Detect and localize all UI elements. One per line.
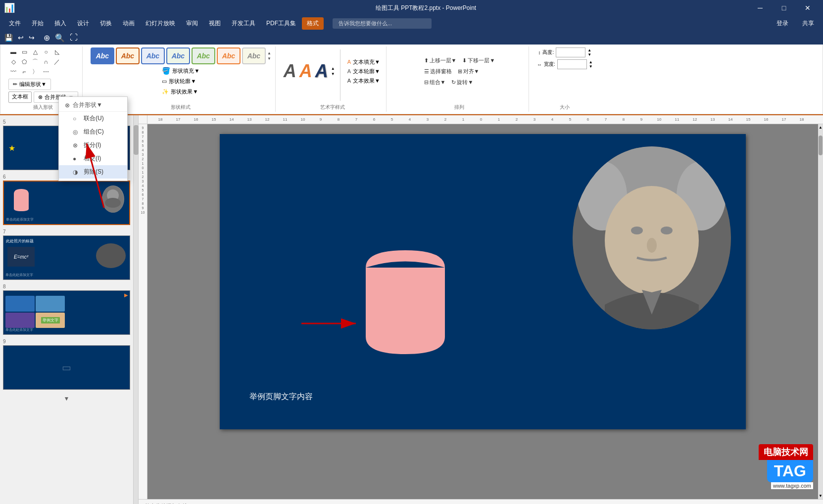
curve-icon[interactable]: ⌒ [30,57,40,66]
width-field[interactable] [557,59,587,69]
styles-scroll-down[interactable]: ▼ [267,56,271,61]
shape-style-3[interactable]: Abc [141,47,165,64]
menu-format[interactable]: 格式 [302,17,324,30]
close-button[interactable]: ✕ [796,0,819,16]
undo-button[interactable]: ↩ [16,32,25,43]
round-rect-icon[interactable]: ▭ [19,47,29,56]
rotate-button[interactable]: ↻ 旋转▼ [449,78,475,87]
group-button[interactable]: ⊟ 组合▼ [422,78,448,87]
art-scroll-up[interactable]: ▲ [331,66,335,71]
size-group: ↕ 高度: ▲ ▼ ↔ 宽度: ▲ ▼ [533,46,597,112]
width-up[interactable]: ▲ [589,60,593,64]
share-button[interactable]: 共享 [797,17,819,30]
text-outline-button[interactable]: A 文本轮廓▼ [345,67,382,76]
pink-subtracted-shape [361,248,450,357]
shape-style-2[interactable]: Abc [116,47,140,64]
menu-view[interactable]: 视图 [204,17,226,30]
dropdown-subtract[interactable]: ◑ 剪除(S) [59,165,127,179]
shape-outline-button[interactable]: ▭ 形状轮廓▼ [160,77,201,86]
height-down[interactable]: ▼ [587,52,591,57]
art-text-a3[interactable]: A [315,61,328,82]
minimize-button[interactable]: ─ [749,0,772,16]
send-backward-button[interactable]: ⬇ 下移一层▼ [460,56,497,65]
view-controls-button[interactable]: 🔍 [53,32,66,44]
menu-review[interactable]: 审阅 [181,17,203,30]
right-triangle-icon[interactable]: ◺ [52,47,62,56]
slide-thumb-8[interactable]: ▶ 举例文字 单击此处添加文字 [3,290,130,335]
save-qa-button[interactable]: 💾 [3,32,14,43]
dropdown-combine[interactable]: ◎ 组合(C) [59,125,127,138]
pentagon-icon[interactable]: ⬠ [19,57,29,66]
shape-style-1[interactable]: Abc [91,47,114,64]
chevron-icon[interactable]: 〉 [30,67,40,76]
accessibility-button[interactable]: ⊕ [42,32,51,44]
slide-item-6[interactable]: 6 单击此处添加文字 [3,174,130,225]
slide-item-8[interactable]: 8 ▶ 举例文字 单击此处添加文字 [3,284,130,335]
slide-item-9[interactable]: 9 ▭ [3,339,130,390]
search-box[interactable]: 告诉我您想要做什么... [333,18,432,29]
art-text-a2[interactable]: A [299,61,312,82]
menu-pdf[interactable]: PDF工具集 [261,17,301,30]
shape-fill-button[interactable]: 🪣 形状填充▼ [160,66,201,75]
art-scroll-down[interactable]: ▼ [331,72,335,76]
shape-style-7[interactable]: Abc [242,47,266,64]
dropdown-header[interactable]: ⊗ 合并形状▼ [59,99,127,112]
slide-panel-scrollbar[interactable] [134,115,139,504]
menu-developer[interactable]: 开发工具 [227,17,260,30]
styles-scroll-up[interactable]: ▲ [267,51,271,55]
menu-transitions[interactable]: 切换 [95,17,117,30]
edit-shape-button[interactable]: ✏ 编辑形状▼ [8,79,51,90]
line-icon[interactable]: ／ [52,57,62,66]
dropdown-union[interactable]: ○ 联合(U) [59,112,127,125]
slide-canvas-wrap[interactable]: 举例页脚文字内容 [147,124,818,499]
menu-animations[interactable]: 动画 [118,17,140,30]
arc-icon[interactable]: ∩ [41,57,51,66]
shape-style-6[interactable]: Abc [217,47,241,64]
diamond-icon[interactable]: ◇ [8,57,18,66]
dropdown-fragment[interactable]: ⊗ 拆分(I) [59,138,127,152]
shape-style-5[interactable]: Abc [192,47,215,64]
menu-slideshow[interactable]: 幻灯片放映 [141,17,180,30]
maximize-button[interactable]: □ [773,0,795,16]
text-fill-button[interactable]: A 文本填充▼ [345,58,382,66]
vscroll-down[interactable]: ▼ [819,494,823,498]
rect-shape-icon[interactable]: ▬ [8,47,18,56]
notes-area[interactable]: 单击此处添加备注 [139,499,823,504]
width-down[interactable]: ▼ [589,64,593,69]
text-box-button[interactable]: 文本框 [8,92,32,103]
slide-item-7[interactable]: 7 此处照片的标题 E=mc² 单击此处添加文字 [3,229,130,280]
bracket-icon[interactable]: ⌐ [19,67,29,76]
circle-icon[interactable]: ○ [41,47,51,56]
dropdown-intersect[interactable]: ● 相交(I) [59,152,127,165]
slide-thumb-7[interactable]: 此处照片的标题 E=mc² 单击此处添加文字 [3,235,130,280]
redo-button[interactable]: ↪ [27,32,36,43]
height-field[interactable] [556,47,585,57]
freeform-icon[interactable]: 〰 [8,67,18,76]
horizontal-ruler: 18 17 16 15 14 13 12 11 10 9 8 7 6 5 4 3 [147,115,823,124]
watermark-brand: 电脑技术网 [759,444,813,460]
art-text-a1[interactable]: A [284,61,296,82]
menu-home[interactable]: 开始 [27,17,48,30]
login-button[interactable]: 登录 [772,17,793,30]
vscroll-thumb [819,136,823,155]
menu-insert[interactable]: 插入 [49,17,71,30]
align-button[interactable]: ⊞ 对齐▼ [456,67,482,76]
canvas-vscroll[interactable]: ▲ ▼ [818,124,823,499]
text-effect-button[interactable]: A 文本效果▼ [345,77,382,85]
triangle-icon[interactable]: △ [30,47,40,56]
more-shapes-icon[interactable]: ⋯ [41,67,51,76]
slide-thumb-9[interactable]: ▭ [3,345,130,390]
shape-effect-button[interactable]: ✨ 形状效果▼ [160,88,201,96]
height-up[interactable]: ▲ [587,48,591,52]
menu-file[interactable]: 文件 [4,17,26,30]
fit-button[interactable]: ⛶ [68,32,79,44]
menu-design[interactable]: 设计 [72,17,94,30]
selection-pane-button[interactable]: ☰ 选择窗格 [422,67,454,76]
arrange-label: 排列 [454,104,464,111]
subtract-icon: ◑ [73,169,80,176]
photo2 [36,296,65,312]
vscroll-up[interactable]: ▲ [819,125,823,130]
slide-thumb-6[interactable]: 单击此处添加文字 [3,181,130,225]
shape-style-4[interactable]: Abc [166,47,190,64]
bring-forward-button[interactable]: ⬆ 上移一层▼ [422,56,459,65]
